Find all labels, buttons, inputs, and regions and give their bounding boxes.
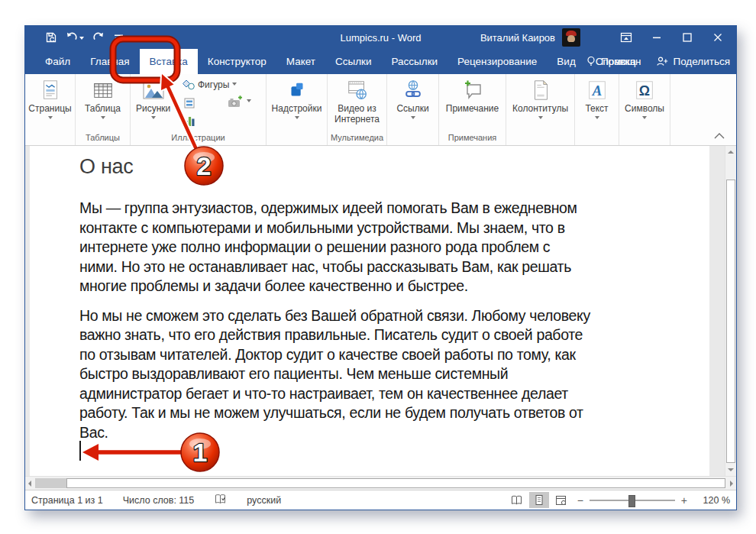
undo-dropdown-icon[interactable]	[79, 37, 84, 42]
tab-home[interactable]: Главная	[80, 49, 139, 74]
horizontal-scroll-thumb[interactable]	[66, 478, 725, 488]
ribbon-group-tables: Таблица Таблицы	[76, 74, 131, 145]
dropdown-caret-icon	[538, 116, 543, 121]
read-mode-icon	[510, 495, 523, 506]
dropdown-caret-icon	[595, 116, 599, 121]
comment-button[interactable]: Примечание	[444, 76, 501, 115]
pictures-button[interactable]: Рисунки	[134, 76, 173, 122]
text-cursor	[79, 441, 81, 461]
read-mode-button[interactable]	[507, 492, 527, 508]
dropdown-caret-icon	[232, 83, 237, 88]
smartart-icon	[184, 98, 195, 109]
table-icon	[92, 77, 115, 103]
chart-button[interactable]	[184, 115, 195, 127]
close-button[interactable]	[703, 26, 733, 49]
title-bar: Lumpics.ru - Word Виталий Каиров	[25, 26, 736, 49]
dropdown-caret-icon	[151, 116, 156, 121]
tell-me-assistant[interactable]: Помощн	[586, 56, 641, 67]
omega-icon: Ω	[633, 77, 656, 103]
scroll-up-icon[interactable]	[728, 150, 734, 154]
ribbon-group-multimedia: Видео из Интернета Мультимедиа	[328, 74, 387, 145]
word-window: Lumpics.ru - Word Виталий Каиров Файл Гл…	[24, 25, 737, 510]
redo-button[interactable]	[92, 31, 105, 44]
dropdown-caret-icon	[247, 99, 251, 105]
zoom-in-button[interactable]: +	[681, 494, 687, 506]
dropdown-caret-icon	[48, 116, 53, 121]
print-layout-button[interactable]	[529, 492, 549, 508]
pages-icon	[39, 77, 62, 103]
save-icon[interactable]	[45, 31, 57, 44]
web-layout-icon	[555, 495, 567, 506]
tab-layout[interactable]: Макет	[276, 49, 325, 74]
doc-paragraph-2: Но мы не сможем это сделать без Вашей об…	[79, 306, 665, 443]
pictures-icon	[141, 77, 166, 103]
document-page[interactable]: О нас Мы — группа энтузиастов, одержимых…	[30, 146, 709, 476]
maximize-button[interactable]	[672, 26, 703, 49]
qat-customize-icon[interactable]	[113, 32, 124, 44]
links-icon	[402, 77, 425, 103]
scroll-down-icon[interactable]	[728, 468, 734, 471]
share-button[interactable]: Поделиться	[656, 56, 730, 67]
horizontal-scrollbar[interactable]	[25, 476, 736, 490]
group-label-multimedia: Мультимедиа	[328, 132, 386, 145]
zoom-out-button[interactable]: −	[577, 494, 583, 506]
symbols-button[interactable]: Ω Символы	[622, 76, 667, 122]
tab-references[interactable]: Ссылки	[325, 49, 382, 74]
web-layout-button[interactable]	[551, 492, 571, 508]
ribbon-group-addins: Надстройки	[267, 74, 328, 145]
chart-icon	[184, 115, 195, 127]
table-button[interactable]: Таблица	[82, 76, 123, 122]
zoom-slider[interactable]	[590, 500, 675, 501]
group-label-comments: Примечания	[439, 132, 506, 145]
screenshot-button[interactable]	[227, 94, 251, 109]
proofing-icon[interactable]	[214, 494, 227, 507]
dropdown-caret-icon	[295, 116, 299, 121]
language-indicator[interactable]: русский	[247, 495, 281, 506]
page-indicator[interactable]: Страница 1 из 1	[31, 495, 103, 506]
dropdown-caret-icon	[101, 116, 105, 121]
word-count[interactable]: Число слов: 115	[123, 495, 195, 506]
status-bar: Страница 1 из 1 Число слов: 115 русский …	[25, 490, 736, 510]
ribbon-group-header-footer: Колонтитулы	[506, 74, 575, 145]
avatar[interactable]	[562, 28, 580, 47]
print-layout-icon	[534, 494, 544, 506]
horizontal-scroll-track[interactable]	[35, 478, 66, 488]
ribbon-display-options-button[interactable]	[611, 26, 641, 49]
user-name: Виталий Каиров	[480, 32, 555, 44]
online-video-button[interactable]: Видео из Интернета	[328, 76, 386, 125]
tab-mailings[interactable]: Рассылки	[382, 49, 448, 74]
tab-review[interactable]: Рецензирование	[447, 49, 547, 74]
collapse-ribbon-icon[interactable]	[713, 129, 725, 143]
links-button[interactable]: Ссылки	[394, 76, 431, 122]
ribbon: Страницы Таблица Таблицы	[25, 74, 736, 146]
ribbon-group-illustrations: Рисунки Фигуры Иллюстрации	[131, 74, 267, 145]
tab-file[interactable]: Файл	[35, 49, 80, 74]
zoom-level[interactable]: 120 %	[693, 495, 730, 506]
addins-button[interactable]: Надстройки	[270, 76, 325, 122]
scroll-right-icon[interactable]	[730, 481, 733, 487]
account-area[interactable]: Виталий Каиров	[480, 28, 580, 47]
header-footer-icon	[529, 77, 552, 103]
svg-text:Ω: Ω	[639, 83, 650, 99]
header-footer-button[interactable]: Колонтитулы	[510, 76, 570, 122]
shapes-button[interactable]: Фигуры	[183, 79, 237, 90]
pages-button[interactable]: Страницы	[26, 76, 73, 122]
undo-button[interactable]	[66, 31, 84, 44]
svg-text:А: А	[591, 83, 602, 99]
tab-view[interactable]: Вид	[547, 49, 585, 74]
quick-access-toolbar	[25, 31, 124, 44]
text-button[interactable]: А Текст	[583, 76, 610, 122]
smartart-button[interactable]	[184, 98, 195, 109]
tab-insert[interactable]: Вставка	[140, 49, 198, 74]
wordart-icon: А	[586, 77, 609, 103]
tab-design[interactable]: Конструктор	[198, 49, 276, 74]
zoom-slider-thumb[interactable]	[628, 495, 635, 507]
scroll-left-icon[interactable]	[28, 481, 31, 487]
ribbon-tab-bar: Файл Главная Вставка Конструктор Макет С…	[25, 49, 736, 74]
vertical-scrollbar[interactable]	[725, 146, 736, 476]
minimize-button[interactable]	[641, 26, 672, 49]
vertical-scroll-thumb[interactable]	[726, 180, 735, 463]
ribbon-group-links: Ссылки	[387, 74, 439, 145]
comment-icon	[460, 77, 485, 103]
group-label-illustrations: Иллюстрации	[131, 132, 266, 145]
